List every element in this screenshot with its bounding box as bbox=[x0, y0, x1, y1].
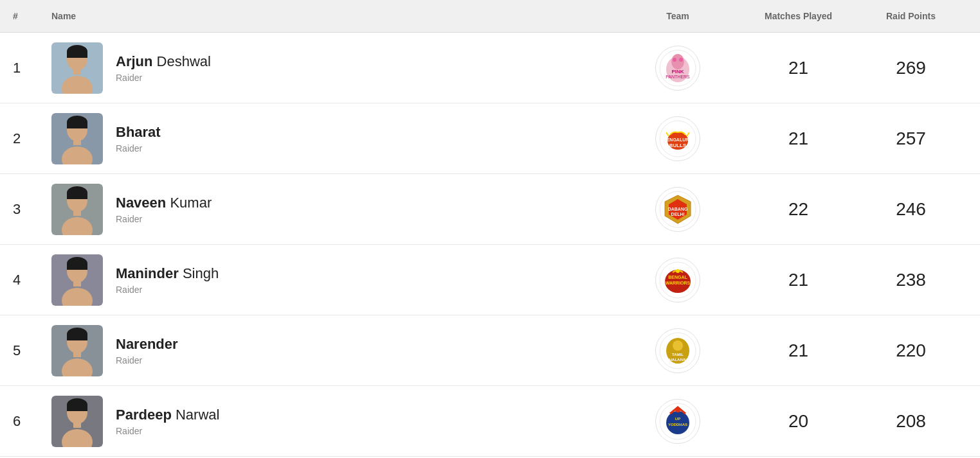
player-avatar bbox=[51, 254, 103, 306]
player-first-name: Narender bbox=[116, 336, 178, 352]
player-role: Raider bbox=[116, 73, 613, 83]
matches-played-value: 20 bbox=[742, 411, 855, 432]
svg-rect-18 bbox=[73, 139, 81, 145]
svg-rect-41 bbox=[73, 280, 81, 286]
player-rank: 5 bbox=[13, 342, 51, 359]
raid-points-value: 220 bbox=[855, 340, 967, 361]
team-logo: DABANG DELHI bbox=[613, 187, 742, 232]
player-rank: 2 bbox=[13, 130, 51, 147]
svg-text:BENGALURU: BENGALURU bbox=[664, 137, 693, 142]
svg-rect-39 bbox=[67, 263, 87, 270]
matches-played-value: 21 bbox=[742, 58, 855, 78]
matches-played-value: 22 bbox=[742, 199, 855, 220]
matches-played-value: 21 bbox=[742, 128, 855, 149]
team-logo: BENGALURU BULLS bbox=[613, 116, 742, 161]
table-row: 5 Narender Raider bbox=[0, 315, 980, 386]
svg-text:YODDHAS: YODDHAS bbox=[668, 423, 687, 427]
player-last-name: Deshwal bbox=[157, 53, 211, 69]
svg-text:DABANG: DABANG bbox=[668, 207, 688, 211]
team-header: Team bbox=[613, 11, 742, 21]
svg-point-55 bbox=[673, 340, 683, 351]
player-info: Narender Raider bbox=[116, 336, 613, 366]
player-first-name: Bharat bbox=[116, 124, 161, 140]
svg-rect-61 bbox=[67, 405, 87, 411]
points-header: Raid Points bbox=[855, 11, 967, 21]
svg-text:TAMIL: TAMIL bbox=[672, 353, 684, 357]
matches-header: Matches Played bbox=[742, 11, 855, 21]
svg-rect-16 bbox=[67, 122, 87, 128]
player-info: Bharat Raider bbox=[116, 124, 613, 154]
svg-point-11 bbox=[673, 58, 676, 62]
player-name: Maninder Singh bbox=[116, 265, 613, 282]
player-info: Maninder Singh Raider bbox=[116, 265, 613, 295]
matches-played-value: 21 bbox=[742, 270, 855, 290]
svg-rect-3 bbox=[67, 51, 87, 58]
svg-text:BENGAL: BENGAL bbox=[668, 275, 687, 279]
player-first-name: Maninder bbox=[116, 265, 179, 281]
player-rank: 1 bbox=[13, 60, 51, 76]
matches-played-value: 21 bbox=[742, 340, 855, 361]
name-header: Name bbox=[51, 11, 613, 21]
table-row: 2 Bharat Raider bbox=[0, 103, 980, 174]
svg-rect-50 bbox=[67, 334, 87, 340]
team-logo-circle: UP YODDHAS bbox=[655, 399, 700, 444]
team-logo-circle: BENGALURU BULLS bbox=[655, 116, 700, 161]
player-rank: 3 bbox=[13, 201, 51, 218]
player-info: Naveen Kumar Raider bbox=[116, 195, 613, 224]
player-role: Raider bbox=[116, 143, 613, 154]
player-first-name: Naveen bbox=[116, 195, 166, 211]
svg-text:THALAIVAS: THALAIVAS bbox=[667, 358, 689, 362]
svg-rect-28 bbox=[67, 193, 87, 199]
player-avatar bbox=[51, 396, 103, 447]
player-first-name: Arjun bbox=[116, 53, 152, 69]
svg-text:DELHI: DELHI bbox=[671, 212, 685, 216]
table-row: 6 Pardeep Narwal Raider bbox=[0, 386, 980, 457]
raid-points-value: 257 bbox=[855, 128, 967, 149]
player-avatar bbox=[51, 184, 103, 235]
player-name: Arjun Deshwal bbox=[116, 53, 613, 70]
player-role: Raider bbox=[116, 426, 613, 436]
player-name: Naveen Kumar bbox=[116, 195, 613, 211]
svg-text:BULLS: BULLS bbox=[669, 143, 687, 148]
player-info: Pardeep Narwal Raider bbox=[116, 407, 613, 436]
raid-points-value: 246 bbox=[855, 199, 967, 220]
raid-points-value: 238 bbox=[855, 270, 967, 290]
team-logo: BENGAL WARRIORS bbox=[613, 258, 742, 303]
table-row: 4 Maninder Singh Raider bbox=[0, 245, 980, 315]
player-avatar bbox=[51, 42, 103, 94]
player-last-name: Narwal bbox=[176, 407, 219, 423]
svg-point-10 bbox=[671, 54, 684, 69]
team-logo-circle: BENGAL WARRIORS bbox=[655, 258, 700, 303]
player-role: Raider bbox=[116, 285, 613, 295]
player-info: Arjun Deshwal Raider bbox=[116, 53, 613, 83]
table-row: 3 Naveen Kumar Raider bbox=[0, 174, 980, 245]
player-rank: 4 bbox=[13, 272, 51, 288]
team-logo-circle: DABANG DELHI bbox=[655, 187, 700, 232]
table-row: 1 Arjun Deshwal Raider bbox=[0, 33, 980, 103]
svg-point-46 bbox=[676, 269, 680, 273]
table-body: 1 Arjun Deshwal Raider bbox=[0, 33, 980, 457]
player-role: Raider bbox=[116, 214, 613, 224]
player-name: Bharat bbox=[116, 124, 613, 141]
team-logo-circle: TAMIL THALAIVAS bbox=[655, 328, 700, 373]
player-rank: 6 bbox=[13, 413, 51, 430]
team-logo-circle: PINK PANTHERS bbox=[655, 46, 700, 91]
svg-text:PINK: PINK bbox=[671, 69, 684, 75]
player-name: Pardeep Narwal bbox=[116, 407, 613, 423]
svg-point-68 bbox=[675, 407, 680, 412]
rank-header: # bbox=[13, 11, 51, 21]
player-last-name: Kumar bbox=[170, 195, 212, 211]
team-logo: TAMIL THALAIVAS bbox=[613, 328, 742, 373]
table-header: # Name Team Matches Played Raid Points bbox=[0, 0, 980, 33]
team-logo: UP YODDHAS bbox=[613, 399, 742, 444]
raid-points-value: 208 bbox=[855, 411, 967, 432]
player-name: Narender bbox=[116, 336, 613, 353]
team-logo: PINK PANTHERS bbox=[613, 46, 742, 91]
player-last-name: Singh bbox=[183, 265, 219, 281]
svg-rect-52 bbox=[73, 351, 81, 357]
svg-text:PANTHERS: PANTHERS bbox=[666, 75, 690, 79]
svg-rect-63 bbox=[73, 421, 81, 428]
player-avatar bbox=[51, 113, 103, 164]
svg-point-12 bbox=[679, 58, 683, 62]
player-first-name: Pardeep bbox=[116, 407, 172, 423]
